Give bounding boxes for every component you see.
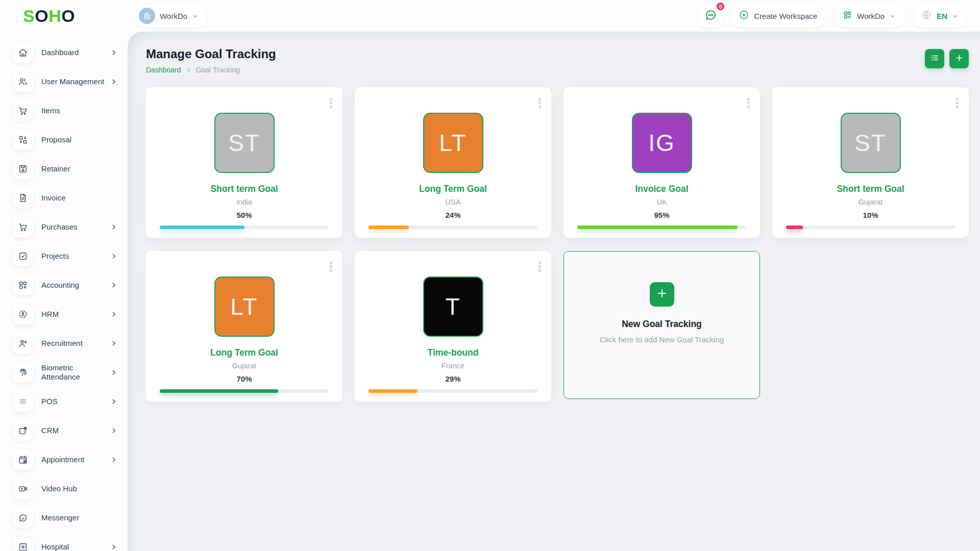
sidebar-item-appointment[interactable]: Appointment bbox=[13, 445, 117, 474]
workspace-switcher[interactable]: WorkDo bbox=[135, 5, 208, 27]
goal-menu-button[interactable] bbox=[744, 93, 753, 112]
goal-progress-bar bbox=[577, 226, 746, 229]
goal-avatar: T bbox=[423, 277, 483, 337]
goal-percent: 70% bbox=[160, 374, 329, 383]
goal-card: LT Long Term Goal USA 24% bbox=[355, 87, 551, 238]
user-plus-icon bbox=[13, 333, 33, 354]
chat-bubble-icon bbox=[704, 9, 717, 23]
goal-name-link[interactable]: Long Term Goal bbox=[369, 184, 537, 194]
language-selector[interactable]: EN bbox=[912, 5, 968, 27]
goal-initials: IG bbox=[648, 129, 675, 157]
top-header: SOHO WorkDo 0 Create Workspace Wor bbox=[0, 0, 980, 32]
goal-menu-button[interactable] bbox=[953, 93, 962, 112]
fingerprint-icon bbox=[13, 362, 33, 383]
new-goal-subtitle: Click here to add New Goal Tracking bbox=[600, 335, 724, 344]
goal-region: USA bbox=[369, 198, 537, 206]
goal-name-link[interactable]: Short term Goal bbox=[786, 184, 955, 194]
plus-icon bbox=[954, 53, 964, 64]
sidebar-item-retainer[interactable]: Retainer bbox=[13, 154, 117, 183]
logo-letter: O bbox=[61, 6, 75, 26]
apps-menu-button[interactable]: WorkDo bbox=[834, 5, 905, 27]
logo-letter: S bbox=[23, 6, 35, 26]
goal-name-link[interactable]: Long Term Goal bbox=[160, 347, 329, 358]
goal-region: UK bbox=[577, 198, 746, 206]
apps-menu-label: WorkDo bbox=[857, 12, 885, 20]
sidebar-item-hrm[interactable]: HRM bbox=[13, 299, 117, 329]
sidebar-item-items[interactable]: Items bbox=[13, 96, 117, 125]
goal-region: india bbox=[160, 198, 329, 206]
goal-initials: LT bbox=[439, 129, 467, 157]
goal-avatar: IG bbox=[632, 113, 692, 173]
goal-name-link[interactable]: Invoice Goal bbox=[577, 184, 746, 194]
goal-menu-button[interactable] bbox=[535, 257, 544, 276]
goal-menu-button[interactable] bbox=[535, 93, 544, 112]
sidebar-item-crm[interactable]: CRM bbox=[13, 416, 117, 445]
new-goal-card[interactable]: New Goal Tracking Click here to add New … bbox=[564, 251, 760, 399]
goal-progress-bar bbox=[160, 226, 329, 229]
language-code: EN bbox=[937, 12, 947, 20]
kebab-icon bbox=[956, 98, 959, 108]
chevron-right-icon bbox=[110, 427, 117, 434]
goal-region: France bbox=[369, 362, 537, 370]
sidebar-item-projects[interactable]: Projects bbox=[13, 241, 117, 270]
chevron-right-icon bbox=[110, 398, 117, 405]
new-goal-title: New Goal Tracking bbox=[622, 319, 702, 330]
sidebar-item-messenger[interactable]: Messenger bbox=[13, 503, 117, 532]
sidebar-item-purchases[interactable]: Purchases bbox=[13, 212, 117, 241]
new-goal-plus-button[interactable] bbox=[650, 282, 674, 307]
breadcrumb: Dashboard Goal Tracking bbox=[146, 66, 276, 74]
sidebar-item-dashboard[interactable]: Dashboard bbox=[13, 38, 117, 67]
goal-name-link[interactable]: Short term Goal bbox=[160, 184, 329, 194]
goal-percent: 29% bbox=[369, 374, 537, 383]
sidebar-item-video-hub[interactable]: Video Hub bbox=[13, 474, 117, 503]
goal-name-link[interactable]: Time-bound bbox=[369, 347, 537, 358]
goal-menu-button[interactable] bbox=[327, 93, 335, 112]
kebab-icon bbox=[538, 98, 541, 108]
chevron-right-icon bbox=[110, 543, 117, 550]
logo-letter: O bbox=[35, 6, 48, 26]
sidebar-item-recruitment[interactable]: Recruitment bbox=[13, 329, 117, 358]
create-workspace-button[interactable]: Create Workspace bbox=[729, 5, 826, 27]
goal-initials: ST bbox=[854, 129, 887, 157]
list-icon bbox=[930, 53, 940, 64]
goal-card: ST Short term Goal india 50% bbox=[146, 87, 342, 238]
cart-icon bbox=[13, 101, 33, 121]
soho-logo[interactable]: SOHO bbox=[23, 6, 75, 26]
logo-letter: H bbox=[48, 6, 61, 26]
floppy-icon bbox=[13, 159, 33, 179]
goal-percent: 50% bbox=[160, 211, 329, 219]
goal-progress-fill bbox=[786, 226, 803, 229]
chevron-right-icon bbox=[110, 456, 117, 463]
breadcrumb-current: Goal Tracking bbox=[196, 66, 240, 74]
sidebar-item-accounting[interactable]: Accounting bbox=[13, 270, 117, 299]
header-actions: 0 Create Workspace WorkDo EN bbox=[699, 4, 968, 28]
goal-progress-bar bbox=[369, 226, 537, 229]
goal-progress-bar bbox=[369, 389, 537, 393]
chevron-down-icon bbox=[889, 13, 896, 19]
breadcrumb-dashboard-link[interactable]: Dashboard bbox=[146, 66, 181, 74]
sidebar-nav: Dashboard User Management Items Proposal… bbox=[0, 32, 128, 551]
sidebar-item-user-management[interactable]: User Management bbox=[13, 67, 117, 96]
add-goal-button[interactable] bbox=[949, 49, 969, 68]
goal-region: Gujarat bbox=[160, 362, 329, 370]
goal-card: LT Long Term Goal Gujarat 70% bbox=[146, 251, 342, 402]
goal-avatar: ST bbox=[841, 113, 901, 173]
workspace-name: WorkDo bbox=[160, 12, 187, 20]
chevron-down-icon bbox=[192, 13, 199, 19]
sidebar-item-pos[interactable]: POS bbox=[13, 387, 117, 416]
messenger-button[interactable]: 0 bbox=[699, 4, 722, 28]
goal-progress-fill bbox=[369, 389, 418, 393]
goal-menu-button[interactable] bbox=[327, 257, 335, 276]
sidebar-item-invoice[interactable]: Invoice bbox=[13, 183, 117, 212]
sidebar-item-proposal[interactable]: Proposal bbox=[13, 125, 117, 154]
goal-avatar: ST bbox=[214, 113, 275, 173]
goal-avatar: LT bbox=[214, 277, 275, 337]
sidebar-item-hospital[interactable]: Hospital bbox=[13, 532, 117, 551]
hospital-plus-icon bbox=[13, 537, 33, 551]
chat-badge: 0 bbox=[716, 2, 725, 11]
goal-initials: LT bbox=[230, 293, 258, 320]
chevron-right-icon bbox=[186, 67, 191, 73]
list-view-button[interactable] bbox=[925, 49, 944, 68]
sidebar-item-biometric-attendance[interactable]: Biometric Attendance bbox=[13, 358, 117, 387]
chevron-down-icon bbox=[952, 13, 959, 19]
